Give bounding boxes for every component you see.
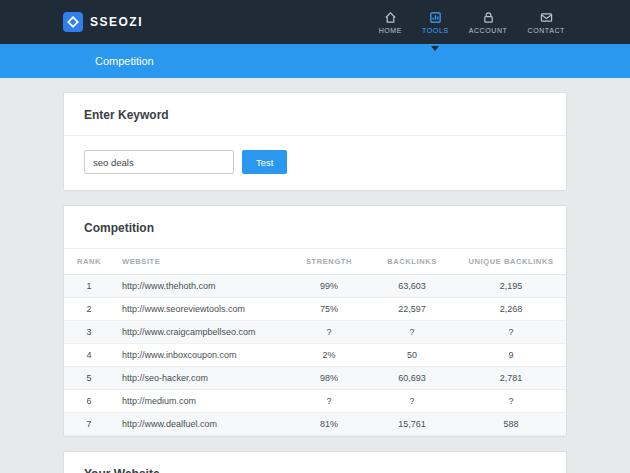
top-navbar: SSEOZI HOME TOOLS ACCOUNT — [0, 0, 630, 44]
brand-logo-icon — [63, 12, 83, 32]
col-website: WEBSITE — [114, 249, 290, 275]
competition-card: Competition RANK WEBSITE STRENGTH BACKLI… — [63, 205, 567, 437]
unique-backlinks-cell: ? — [456, 390, 566, 413]
strength-cell: 75% — [290, 298, 368, 321]
account-icon — [482, 11, 495, 24]
rank-cell: 4 — [64, 344, 114, 367]
col-unique-backlinks: UNIQUE BACKLINKS — [456, 249, 566, 275]
unique-backlinks-cell: 2,195 — [456, 275, 566, 298]
strength-cell: 99% — [290, 275, 368, 298]
table-row: 4 http://www.inboxcoupon.com 2% 50 9 — [64, 344, 566, 367]
strength-cell: ? — [290, 321, 368, 344]
table-row: 7 http://www.dealfuel.com 81% 15,761 588 — [64, 413, 566, 436]
rank-cell: 1 — [64, 275, 114, 298]
nav-item-home[interactable]: HOME — [377, 9, 404, 36]
rank-cell: 5 — [64, 367, 114, 390]
table-row: 6 http://medium.com ? ? ? — [64, 390, 566, 413]
card-header: Enter Keyword — [64, 93, 566, 136]
card-header: Competition — [64, 206, 566, 249]
nav-item-contact[interactable]: CONTACT — [525, 9, 567, 36]
page-header-bar: Competition — [0, 44, 630, 78]
competition-table: RANK WEBSITE STRENGTH BACKLINKS UNIQUE B… — [64, 249, 566, 436]
brand[interactable]: SSEOZI — [63, 12, 143, 32]
card-title: Your Website — [84, 467, 160, 473]
backlinks-cell: 22,597 — [368, 298, 456, 321]
table-row: 3 http://www.craigcampbellseo.com ? ? ? — [64, 321, 566, 344]
keyword-input[interactable] — [84, 150, 234, 174]
enter-keyword-card: Enter Keyword Test — [63, 92, 567, 191]
strength-cell: 98% — [290, 367, 368, 390]
website-cell: http://www.seoreviewtools.com — [114, 298, 290, 321]
website-cell: http://medium.com — [114, 390, 290, 413]
backlinks-cell: 60,693 — [368, 367, 456, 390]
nav-item-account[interactable]: ACCOUNT — [467, 9, 510, 36]
unique-backlinks-cell: 2,268 — [456, 298, 566, 321]
rank-cell: 6 — [64, 390, 114, 413]
contact-icon — [540, 11, 553, 24]
tools-icon — [429, 11, 442, 24]
nav-item-label: ACCOUNT — [469, 27, 508, 34]
test-button[interactable]: Test — [242, 150, 287, 174]
your-website-card: Your Website RANK WEBSITE STRENGTH BACKL… — [63, 451, 567, 473]
strength-cell: ? — [290, 390, 368, 413]
nav-item-tools[interactable]: TOOLS — [420, 9, 451, 36]
rank-cell: 3 — [64, 321, 114, 344]
table-row: 5 http://seo-hacker.com 98% 60,693 2,781 — [64, 367, 566, 390]
backlinks-cell: 63,603 — [368, 275, 456, 298]
unique-backlinks-cell: 588 — [456, 413, 566, 436]
backlinks-cell: ? — [368, 390, 456, 413]
table-row: 1 http://www.thehoth.com 99% 63,603 2,19… — [64, 275, 566, 298]
card-header: Your Website — [64, 452, 566, 473]
website-cell: http://www.dealfuel.com — [114, 413, 290, 436]
col-backlinks: BACKLINKS — [368, 249, 456, 275]
website-cell: http://www.inboxcoupon.com — [114, 344, 290, 367]
home-icon — [384, 11, 397, 24]
active-tab-caret — [431, 46, 439, 51]
website-cell: http://seo-hacker.com — [114, 367, 290, 390]
unique-backlinks-cell: ? — [456, 321, 566, 344]
website-cell: http://www.thehoth.com — [114, 275, 290, 298]
unique-backlinks-cell: 2,781 — [456, 367, 566, 390]
table-header-row: RANK WEBSITE STRENGTH BACKLINKS UNIQUE B… — [64, 249, 566, 275]
website-cell: http://www.craigcampbellseo.com — [114, 321, 290, 344]
card-title: Competition — [84, 221, 154, 235]
nav-item-label: CONTACT — [527, 27, 565, 34]
brand-name: SSEOZI — [90, 15, 143, 29]
table-row: 2 http://www.seoreviewtools.com 75% 22,5… — [64, 298, 566, 321]
rank-cell: 2 — [64, 298, 114, 321]
nav-menu: HOME TOOLS ACCOUNT CONTACT — [377, 9, 567, 36]
backlinks-cell: 50 — [368, 344, 456, 367]
backlinks-cell: ? — [368, 321, 456, 344]
page-title: Competition — [95, 55, 154, 67]
nav-item-label: HOME — [379, 27, 402, 34]
card-title: Enter Keyword — [84, 108, 169, 122]
unique-backlinks-cell: 9 — [456, 344, 566, 367]
col-strength: STRENGTH — [290, 249, 368, 275]
nav-item-label: TOOLS — [422, 27, 449, 34]
strength-cell: 81% — [290, 413, 368, 436]
backlinks-cell: 15,761 — [368, 413, 456, 436]
strength-cell: 2% — [290, 344, 368, 367]
rank-cell: 7 — [64, 413, 114, 436]
keyword-form: Test — [64, 136, 566, 190]
col-rank: RANK — [64, 249, 114, 275]
